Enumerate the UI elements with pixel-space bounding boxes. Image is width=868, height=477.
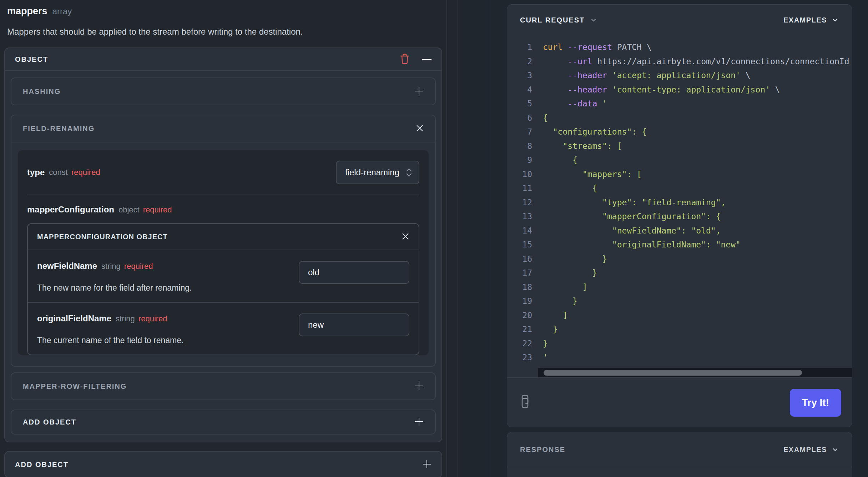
curl-request-title: CURL REQUEST <box>520 16 585 24</box>
request-examples-label: EXAMPLES <box>783 16 827 24</box>
code-text: ] <box>532 280 587 295</box>
line-number: 15 <box>507 238 532 252</box>
copy-icon <box>518 394 532 411</box>
delete-object-button[interactable] <box>399 53 410 66</box>
line-number: 1 <box>507 40 532 55</box>
add-hashing-button[interactable] <box>414 86 424 97</box>
hashing-header[interactable]: HASHING <box>11 78 435 105</box>
trash-icon <box>399 53 410 66</box>
code-line: 19 } <box>507 294 852 308</box>
plus-icon <box>414 381 424 392</box>
field-row-info: originalFieldNamestringrequiredThe curre… <box>37 313 284 345</box>
field-name: newFieldName <box>37 261 97 271</box>
field-kind: string <box>116 314 135 323</box>
chevron-down-icon <box>831 446 839 453</box>
row-filtering-section: MAPPER-ROW-FILTERING <box>11 372 436 400</box>
remove-mapper-configuration-button[interactable] <box>402 232 409 241</box>
add-object-outer-row[interactable]: ADD OBJECT <box>5 452 441 477</box>
type-row: type const required field-renaming <box>27 150 419 195</box>
request-examples-dropdown[interactable]: EXAMPLES <box>783 16 839 24</box>
code-text: "mapperConfiguration": { <box>532 210 721 224</box>
code-text: } <box>532 266 597 280</box>
code-line: 20 ] <box>507 308 852 323</box>
copy-code-button[interactable] <box>518 394 532 411</box>
newFieldName-input[interactable] <box>299 261 409 284</box>
remove-field-renaming-button[interactable] <box>416 124 424 133</box>
type-field-kind: const <box>49 168 68 177</box>
property-type: array <box>52 6 72 16</box>
row-filtering-header[interactable]: MAPPER-ROW-FILTERING <box>11 373 435 400</box>
chevron-down-icon[interactable] <box>590 16 597 24</box>
code-text: } <box>532 252 607 266</box>
minus-icon <box>422 57 432 62</box>
line-number: 18 <box>507 280 532 295</box>
field-required: required <box>124 262 153 271</box>
code-text: --url https://api.airbyte.com/v1/connect… <box>532 55 852 69</box>
close-icon <box>402 232 409 241</box>
code-line: 6{ <box>507 111 852 125</box>
line-number: 12 <box>507 196 532 210</box>
object-panel: OBJECT HASHI <box>4 47 442 442</box>
type-select[interactable]: field-renaming <box>336 161 419 184</box>
code-line: 7 "configurations": { <box>507 125 852 139</box>
object-panel-body: HASHING FIELD-RENAMING <box>5 71 441 442</box>
collapse-object-button[interactable] <box>422 57 432 62</box>
field-renaming-properties: type const required field-renaming <box>18 150 429 355</box>
object-panel-header: OBJECT <box>5 48 441 71</box>
chevron-down-icon <box>831 16 839 24</box>
code-text: { <box>532 153 577 167</box>
code-line: 22} <box>507 337 852 351</box>
code-text: ] <box>532 308 567 323</box>
code-line: 8 "streams": [ <box>507 139 852 154</box>
code-line: 21 } <box>507 322 852 337</box>
line-number: 22 <box>507 337 532 351</box>
line-number: 20 <box>507 308 532 323</box>
add-object-inner-section: ADD OBJECT <box>11 410 436 435</box>
line-number: 23 <box>507 351 532 365</box>
response-card: RESPONSE EXAMPLES <box>507 432 852 477</box>
originalFieldName-input[interactable] <box>299 313 409 336</box>
code-text: ' <box>532 351 548 365</box>
line-number: 10 <box>507 167 532 182</box>
client-column-rule <box>490 0 490 477</box>
response-examples-dropdown[interactable]: EXAMPLES <box>783 446 839 454</box>
code-text: "newFieldName": "old", <box>532 224 721 238</box>
close-icon <box>416 124 424 133</box>
code-line: 9 { <box>507 153 852 167</box>
field-description: The current name of the field to rename. <box>37 336 284 345</box>
code-text: "originalFieldName": "new" <box>532 238 741 252</box>
add-object-inner-button[interactable] <box>414 417 424 427</box>
hashing-section: HASHING <box>11 77 436 105</box>
code-block[interactable]: 1curl --request PATCH \2 --url https://a… <box>507 35 852 368</box>
add-object-outer-section: ADD OBJECT <box>4 451 442 477</box>
add-object-inner-row[interactable]: ADD OBJECT <box>11 410 435 434</box>
line-number: 6 <box>507 111 532 125</box>
line-number: 11 <box>507 181 532 196</box>
line-number: 17 <box>507 266 532 280</box>
line-number: 4 <box>507 83 532 97</box>
code-text: } <box>532 337 548 351</box>
plus-icon <box>422 460 432 470</box>
code-text: "streams": [ <box>532 139 622 154</box>
field-renaming-header[interactable]: FIELD-RENAMING <box>11 115 435 142</box>
code-text: --header 'accept: application/json' \ <box>532 69 751 83</box>
object-panel-title: OBJECT <box>15 55 48 64</box>
code-text: } <box>532 294 577 308</box>
horizontal-scrollbar <box>538 368 852 377</box>
field-renaming-body: type const required field-renaming <box>11 142 435 366</box>
line-number: 13 <box>507 210 532 224</box>
mapper-configuration-required: required <box>143 205 172 215</box>
horizontal-scrollbar-thumb[interactable] <box>544 370 802 376</box>
curl-request-card: CURL REQUEST EXAMPLES 1curl --request PA… <box>507 4 852 427</box>
line-number: 14 <box>507 224 532 238</box>
row-filtering-title: MAPPER-ROW-FILTERING <box>23 382 127 391</box>
try-it-button[interactable]: Try It! <box>790 389 841 417</box>
add-object-outer-button[interactable] <box>422 460 432 470</box>
mapper-configuration-kind: object <box>118 205 140 215</box>
add-object-inner-label: ADD OBJECT <box>23 418 76 426</box>
add-row-filtering-button[interactable] <box>414 381 424 392</box>
mapper-configuration-label-row: mapperConfiguration object required <box>27 195 419 223</box>
hashing-title: HASHING <box>23 87 61 96</box>
code-text: "type": "field-renaming", <box>532 196 726 210</box>
api-reference-page: { "schema": { "prop": { "name": "mappers… <box>0 0 868 477</box>
